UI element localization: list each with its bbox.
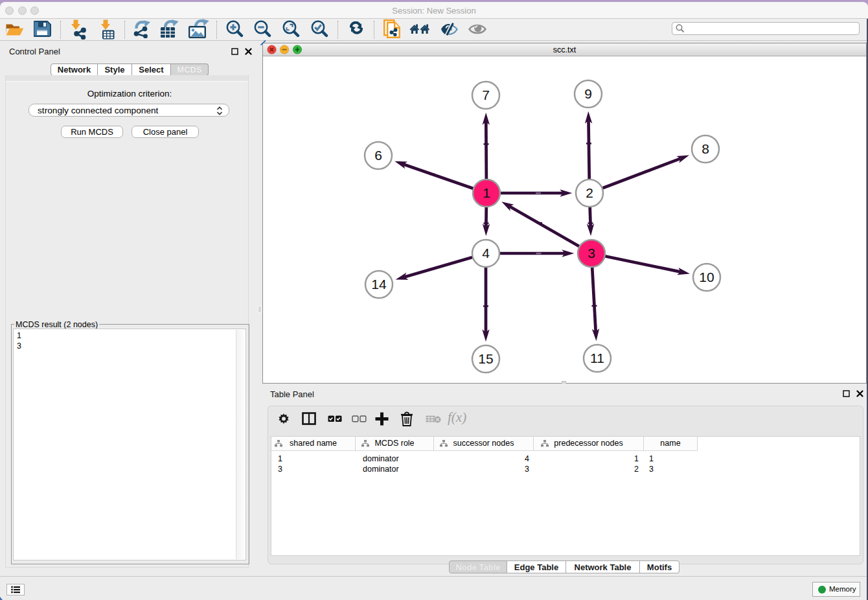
svg-text:8: 8 bbox=[702, 141, 709, 156]
svg-text:3: 3 bbox=[588, 246, 595, 260]
svg-text:6: 6 bbox=[374, 148, 382, 163]
svg-text:9: 9 bbox=[584, 86, 592, 101]
svg-text:10: 10 bbox=[699, 270, 714, 284]
svg-text:14: 14 bbox=[371, 277, 387, 292]
svg-text:2: 2 bbox=[586, 185, 593, 200]
svg-text:15: 15 bbox=[478, 351, 493, 366]
svg-text:11: 11 bbox=[590, 351, 604, 365]
svg-text:4: 4 bbox=[482, 246, 490, 260]
svg-text:7: 7 bbox=[482, 87, 490, 102]
svg-text:1: 1 bbox=[483, 185, 490, 200]
